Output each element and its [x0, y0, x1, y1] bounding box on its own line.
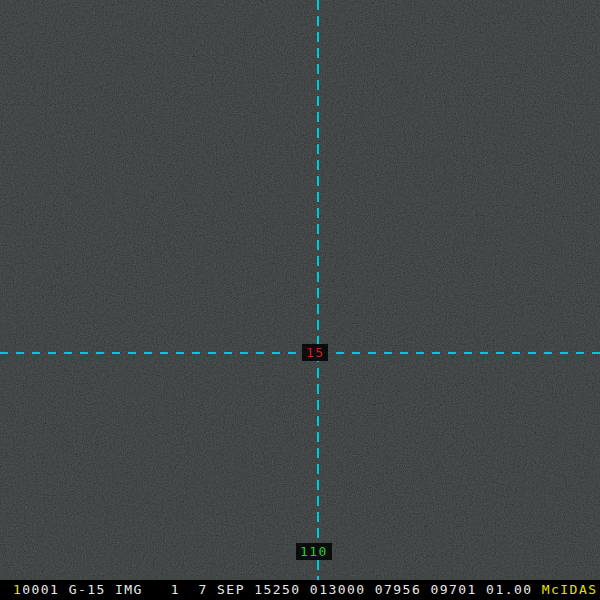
mcidas-window: 15 110 1 0001 G-15 IMG 1 7 SEP 15250 013…: [0, 0, 600, 600]
status-bar: 1 0001 G-15 IMG 1 7 SEP 15250 013000 079…: [0, 580, 600, 600]
grid-line-horizontal: [0, 352, 600, 354]
longitude-label: 110: [296, 543, 332, 560]
grid-line-vertical: [317, 0, 319, 580]
image-noise-texture: [0, 0, 600, 580]
mcidas-brand-label: McIDAS: [542, 580, 598, 600]
frame-number: 1: [13, 580, 22, 600]
satellite-image-canvas[interactable]: 15 110: [0, 0, 600, 580]
latitude-label: 15: [302, 344, 328, 361]
image-info-readout: 0001 G-15 IMG 1 7 SEP 15250 013000 07956…: [22, 580, 542, 600]
